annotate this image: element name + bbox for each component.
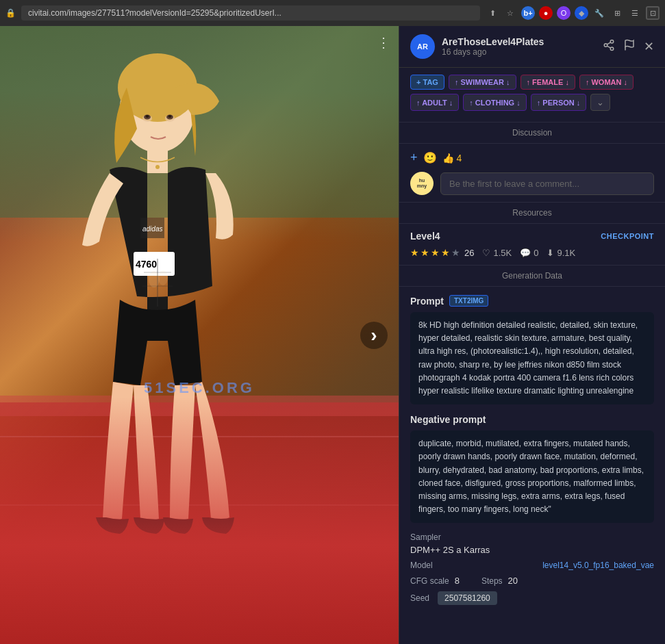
comment-icon: 💬 bbox=[520, 248, 531, 258]
steps-item: Steps 20 bbox=[481, 576, 518, 586]
main-layout: adidas 4760 bbox=[0, 26, 665, 644]
checkpoint-badge: CHECKPOINT bbox=[601, 232, 654, 240]
tag-adult[interactable]: ↑ ADULT ↓ bbox=[410, 94, 459, 111]
svg-text:adidas: adidas bbox=[142, 225, 162, 233]
resource-stats: ★ ★ ★ ★ ★ 26 ♡ 1.5K 💬 0 ⬇ 9.1K bbox=[410, 247, 654, 258]
model-val: level14_v5.0_fp16_baked_vae bbox=[542, 561, 654, 570]
sampler-val: DPM++ 2S a Karras bbox=[410, 545, 529, 555]
like-count: 4 bbox=[457, 153, 462, 164]
main-image: adidas 4760 bbox=[0, 26, 399, 644]
neg-prompt-section: Negative prompt duplicate, morbid, mutil… bbox=[410, 414, 654, 523]
next-image-button[interactable]: › bbox=[360, 322, 388, 349]
comment-input[interactable]: Be the first to leave a comment... bbox=[440, 172, 654, 195]
svg-point-22 bbox=[155, 165, 160, 169]
share-icon[interactable]: ⬆ bbox=[486, 6, 499, 20]
downloads-count: 9.1K bbox=[557, 248, 575, 258]
gen-data-content: Prompt TXT2IMG 8k HD high definition det… bbox=[399, 287, 665, 644]
discussion-actions: + 🙂 👍 4 bbox=[410, 151, 654, 165]
extension-icon-2[interactable]: ● bbox=[539, 6, 553, 20]
prompt-scroll-area[interactable]: 8k HD high definition detailed realistic… bbox=[410, 312, 654, 404]
seed-row: Seed 2507581260 bbox=[410, 591, 654, 605]
extension-icon-3[interactable]: O bbox=[557, 6, 570, 20]
seed-val: 2507581260 bbox=[438, 591, 497, 605]
resource-item: Level4 CHECKPOINT bbox=[410, 231, 654, 242]
extensions-btn[interactable]: ⊞ bbox=[610, 6, 624, 20]
seed-key: Seed bbox=[410, 593, 429, 603]
gen-data-label: Generation Data bbox=[399, 266, 665, 287]
download-icon: ⬇ bbox=[547, 248, 554, 258]
image-panel: adidas 4760 bbox=[0, 26, 399, 644]
star-2: ★ bbox=[421, 247, 429, 258]
add-tag-button[interactable]: + TAG bbox=[410, 75, 444, 90]
close-button[interactable]: ✕ bbox=[644, 39, 654, 54]
discussion-label: Discussion bbox=[399, 123, 665, 144]
bookmark-icon[interactable]: ☆ bbox=[503, 6, 517, 20]
star-count: 26 bbox=[464, 248, 474, 258]
share-button[interactable] bbox=[603, 39, 615, 55]
sampler-grid: Sampler DPM++ 2S a Karras bbox=[410, 532, 654, 555]
flag-button[interactable] bbox=[623, 39, 636, 55]
user-avatar: AR bbox=[410, 34, 435, 59]
tag-swimwear[interactable]: ↑ SWIMWEAR ↓ bbox=[449, 75, 516, 90]
comments-count: 0 bbox=[534, 248, 538, 258]
downloads-stat: ⬇ 9.1K bbox=[547, 248, 575, 258]
tag-person[interactable]: ↑ PERSON ↓ bbox=[531, 94, 587, 111]
cfg-key: CFG scale bbox=[410, 576, 449, 586]
svg-line-26 bbox=[607, 46, 610, 48]
emoji-button[interactable]: 🙂 bbox=[423, 151, 437, 164]
neg-prompt-text: duplicate, morbid, mutilated, extra fing… bbox=[418, 437, 646, 516]
star-5: ★ bbox=[451, 247, 460, 258]
browser-toolbar: ⬆ ☆ b+ ● O ◆ 🔧 ⊞ ☰ ⊡ bbox=[486, 6, 660, 20]
extension-icon-1[interactable]: b+ bbox=[521, 6, 535, 20]
svg-point-23 bbox=[610, 40, 614, 43]
like-button[interactable]: 👍 4 bbox=[442, 153, 462, 164]
svg-point-14 bbox=[149, 271, 160, 287]
tags-section: + TAG ↑ SWIMWEAR ↓ ↑ FEMALE ↓ ↑ WOMAN ↓ … bbox=[399, 68, 665, 123]
neg-prompt-scroll[interactable]: duplicate, morbid, mutilated, extra fing… bbox=[410, 430, 654, 523]
header-actions: ✕ bbox=[603, 39, 654, 55]
extension-icon-5[interactable]: 🔧 bbox=[592, 6, 606, 20]
menu-icon[interactable]: ☰ bbox=[628, 6, 642, 20]
resource-name: Level4 bbox=[410, 231, 440, 242]
prompt-header: Prompt TXT2IMG bbox=[410, 295, 654, 307]
svg-point-15 bbox=[158, 270, 168, 285]
browser-chrome: 🔒 civitai.com/images/277511?modelVersion… bbox=[0, 0, 665, 26]
add-reaction-button[interactable]: + bbox=[410, 151, 418, 165]
svg-point-24 bbox=[604, 43, 607, 47]
generation-data-section: Generation Data Prompt TXT2IMG 8k HD hig… bbox=[399, 266, 665, 644]
user-info: AreThoseLevel4Plates 16 days ago bbox=[442, 36, 596, 57]
model-key: Model bbox=[410, 561, 433, 570]
tags-row-1: + TAG ↑ SWIMWEAR ↓ ↑ FEMALE ↓ ↑ WOMAN ↓ bbox=[410, 75, 654, 90]
comments-stat: 💬 0 bbox=[520, 248, 538, 258]
sampler-key: Sampler bbox=[410, 532, 529, 542]
right-panel: AR AreThoseLevel4Plates 16 days ago bbox=[399, 26, 665, 644]
prompt-text: 8k HD high definition detailed realistic… bbox=[418, 319, 646, 398]
more-tags-button[interactable]: ⌄ bbox=[590, 94, 610, 111]
url-text: civitai.com/images/277511?modelVersionId… bbox=[28, 8, 281, 18]
tags-row-2: ↑ ADULT ↓ ↑ CLOTHING ↓ ↑ PERSON ↓ ⌄ bbox=[410, 94, 654, 111]
star-4: ★ bbox=[441, 247, 450, 258]
star-rating: ★ ★ ★ ★ ★ 26 bbox=[410, 247, 474, 258]
tag-female[interactable]: ↑ FEMALE ↓ bbox=[520, 75, 575, 90]
panel-header: AR AreThoseLevel4Plates 16 days ago bbox=[399, 26, 665, 68]
tag-woman[interactable]: ↑ WOMAN ↓ bbox=[579, 75, 633, 90]
tag-clothing[interactable]: ↑ CLOTHING ↓ bbox=[463, 94, 527, 111]
likes-stat: ♡ 1.5K bbox=[482, 248, 512, 258]
three-dot-menu[interactable]: ⋮ bbox=[377, 34, 390, 51]
cfg-item: CFG scale 8 bbox=[410, 576, 460, 586]
discussion-section: + 🙂 👍 4 humny Be the first to leave a co… bbox=[399, 144, 665, 203]
commenter-avatar: humny bbox=[410, 172, 434, 195]
cfg-steps-row: CFG scale 8 Steps 20 bbox=[410, 576, 654, 586]
window-controls[interactable]: ⊡ bbox=[646, 6, 660, 20]
txt2img-badge: TXT2IMG bbox=[449, 295, 488, 307]
url-bar[interactable]: civitai.com/images/277511?modelVersionId… bbox=[21, 5, 480, 21]
extension-icon-4[interactable]: ◆ bbox=[575, 6, 588, 20]
prompt-label: Prompt bbox=[410, 296, 444, 307]
prompt-section: Prompt TXT2IMG 8k HD high definition det… bbox=[410, 295, 654, 404]
svg-point-21 bbox=[168, 115, 172, 118]
comment-area: humny Be the first to leave a comment... bbox=[410, 172, 654, 195]
neg-prompt-label: Negative prompt bbox=[410, 414, 654, 425]
steps-val: 20 bbox=[508, 576, 518, 586]
svg-line-27 bbox=[607, 42, 610, 44]
svg-text:4760: 4760 bbox=[136, 259, 157, 270]
